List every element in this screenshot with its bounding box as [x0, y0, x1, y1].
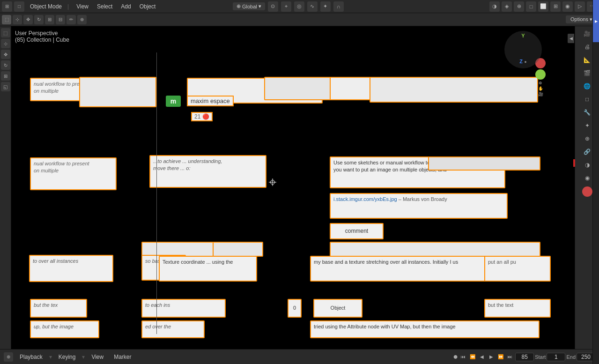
step-back-btn[interactable]: ⏪ [468, 353, 477, 361]
jump-end-btn[interactable]: ⏭ [506, 353, 514, 361]
play-btn[interactable]: ▶ [487, 353, 495, 361]
second-toolbar: ⬚ ⊹ ✥ ↻ ⊞ ⊟ ✏ ⊕ Options ▾ [0, 13, 599, 26]
far-right-strip: ▶ [592, 0, 599, 364]
viewport-info: User Perspective (85) Collection | Cube [15, 30, 69, 43]
proportional-icon[interactable]: ⊙ [268, 1, 278, 12]
menu-add[interactable]: Add [117, 2, 134, 11]
annotate-tool[interactable]: ✏ [67, 15, 76, 24]
collapse-right-panel-btn[interactable]: ◀ [568, 34, 574, 43]
viewport-render-icon[interactable]: ▷ [575, 1, 585, 12]
paper-6 [370, 77, 538, 103]
collection-label: (85) Collection | Cube [15, 37, 69, 43]
snap-icon[interactable]: ⌖ [281, 1, 291, 12]
display-icon[interactable]: ⊞ [550, 1, 561, 12]
world-properties-icon[interactable]: 🌐 [582, 81, 593, 92]
gizmo-zoom-icon[interactable]: ⊕ [539, 81, 542, 85]
tool-move[interactable]: ✥ [1, 50, 10, 59]
move-tool[interactable]: ✥ [23, 15, 33, 24]
paper-but-text: but the text [484, 299, 551, 318]
transform-dropdown[interactable]: ⊕ Global ▾ [233, 2, 265, 10]
grease-icon[interactable]: ✦ [320, 1, 331, 12]
paper-put: put an all pu [484, 256, 551, 282]
gizmo-circle: Y Z ● [504, 31, 542, 68]
viewport-shading-icon[interactable]: ◑ [489, 1, 500, 12]
scale-tool[interactable]: ⊞ [45, 15, 54, 24]
gizmo-camera-icon[interactable]: 🎥 [538, 92, 543, 97]
viewport-icon: □ [14, 1, 24, 12]
snapping-icon[interactable]: ◎ [294, 1, 304, 12]
mode-icon: ⊞ [2, 1, 12, 12]
paper-div-2 [213, 242, 263, 257]
tool-select[interactable]: ⬚ [1, 28, 10, 37]
play-reverse-btn[interactable]: ◀ [478, 353, 486, 361]
render-properties-icon[interactable]: 🎥 [582, 28, 593, 39]
curve-icon[interactable]: ∩ [333, 1, 344, 12]
render-preview-icon[interactable]: ◉ [562, 1, 573, 12]
tool-rotate[interactable]: ↻ [1, 60, 10, 70]
tool-shear[interactable]: ◱ [1, 82, 10, 91]
data-properties-icon[interactable]: ◑ [582, 159, 593, 171]
constraints-icon[interactable]: 🔗 [582, 146, 593, 157]
particles-icon[interactable]: ✦ [582, 120, 593, 131]
gizmo-z-dot: ● [524, 59, 526, 64]
tool-cursor[interactable]: ⊹ [1, 39, 10, 48]
editor-type-icon[interactable]: □ [526, 1, 536, 12]
start-label: Start [535, 354, 546, 360]
gizmo-pan-icon[interactable]: ✋ [538, 86, 543, 91]
paper-div-3 [330, 242, 540, 257]
far-right-arrow: ▶ [595, 19, 598, 23]
material-properties-icon[interactable]: ◉ [582, 172, 593, 184]
modifier-icon[interactable]: 🔧 [582, 107, 593, 118]
menu-select[interactable]: Select [93, 2, 116, 11]
tool-scale[interactable]: ⊞ [1, 71, 10, 81]
transform-tool[interactable]: ⊟ [56, 15, 65, 24]
paper-right-strip [428, 156, 540, 171]
top-menubar: ⊞ □ Object Mode | View Select Add Object… [0, 0, 599, 13]
keying-menu[interactable]: Keying [55, 353, 80, 361]
gizmo-area[interactable]: Y Z ● [504, 31, 547, 73]
paper-tried-using: tried using the Attribute node with UV M… [310, 320, 540, 338]
playback-menu[interactable]: Playback [16, 353, 46, 361]
paper-but-tex: but the tex [30, 299, 87, 318]
physics-icon[interactable]: ⊕ [582, 133, 593, 144]
marker-menu[interactable]: Marker [110, 353, 135, 361]
perspective-label: User Perspective [15, 30, 69, 37]
viewport[interactable]: User Perspective (85) Collection | Cube … [11, 26, 575, 349]
step-forward-btn[interactable]: ⏩ [496, 353, 505, 361]
warp-icon[interactable]: ∿ [307, 1, 318, 12]
paper-mid-achieve: ...to achieve ... understanding, move th… [149, 155, 266, 188]
bottom-bar: ⊕ Playback ▾ Keying ▾ View Marker ● ⏮ ⏪ … [0, 349, 599, 364]
frame-current-dot: ● [453, 352, 458, 362]
menu-view[interactable]: View [73, 2, 92, 11]
viewport-divider [156, 52, 157, 334]
select-box-tool[interactable]: ⬚ [2, 15, 11, 24]
gizmo-icon[interactable]: ⊕ [514, 1, 524, 12]
end-label: End [566, 354, 576, 360]
top-center-tools: ⊕ Global ▾ ⊙ ⌖ ◎ ∿ ✦ ∩ [233, 1, 344, 12]
view-menu[interactable]: View [88, 353, 107, 361]
red-indicator [573, 159, 575, 167]
material-indicator[interactable] [582, 186, 592, 197]
paper-object: Object [313, 299, 362, 318]
cursor-tool[interactable]: ⊹ [13, 15, 22, 24]
playback-controls: ● ⏮ ⏪ ◀ ▶ ⏩ ⏭ 85 Start 1 End 250 [453, 352, 595, 362]
paper-zero: 0 [288, 299, 302, 318]
fullscreen-icon[interactable]: ⬜ [538, 1, 548, 12]
rotate-tool[interactable]: ↻ [34, 15, 44, 24]
output-properties-icon[interactable]: 🖨 [582, 41, 593, 52]
crosshair-vertical [273, 178, 273, 186]
crosshair [268, 178, 277, 187]
jump-start-btn[interactable]: ⏮ [459, 353, 467, 361]
scene-properties-icon[interactable]: 🎬 [582, 67, 593, 79]
scene-icon[interactable]: ⊕ [4, 352, 13, 362]
measure-tool[interactable]: ⊕ [77, 15, 87, 24]
mode-dropdown[interactable]: Object Mode [26, 2, 66, 11]
paper-to-each: to each ins [141, 299, 226, 318]
overlays-icon[interactable]: ◈ [502, 1, 512, 12]
view-layer-icon[interactable]: 📐 [582, 54, 593, 66]
paper-up-image: up, but the image [30, 320, 99, 338]
object-properties-icon[interactable]: □ [582, 94, 593, 105]
start-frame-display[interactable]: 1 [547, 353, 565, 361]
menu-object[interactable]: Object [136, 2, 160, 11]
current-frame-display[interactable]: 85 [515, 353, 534, 361]
